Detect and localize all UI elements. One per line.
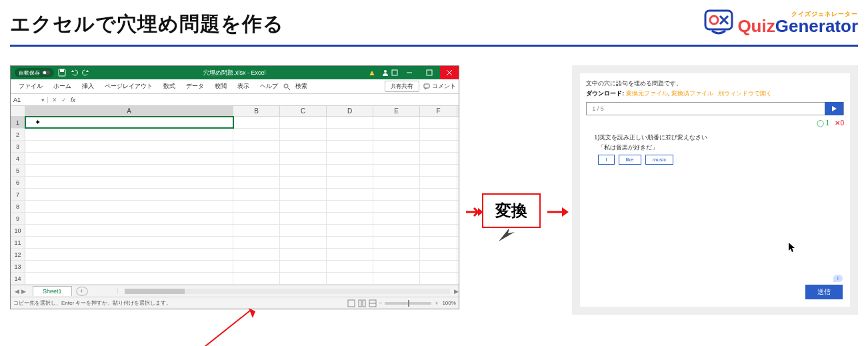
cell[interactable] [327,165,373,176]
cell[interactable] [373,153,420,164]
add-sheet-button[interactable]: ＋ [76,287,88,296]
cell[interactable] [280,225,327,236]
cell[interactable] [25,249,233,260]
table-row[interactable]: 6 [11,177,459,189]
row-header[interactable]: 8 [11,201,25,212]
cell[interactable] [280,129,327,140]
row-header[interactable]: 7 [11,189,25,200]
quiz-blank[interactable]: music [645,155,674,165]
horizontal-scrollbar[interactable] [125,289,450,294]
col-header-d[interactable]: D [327,106,373,116]
cell[interactable] [327,249,373,260]
cancel-entry-icon[interactable]: ✕ [52,97,57,103]
cell[interactable] [280,177,327,188]
cell[interactable] [373,129,420,140]
cell[interactable] [25,213,233,224]
row-header[interactable]: 13 [11,261,25,272]
download-converted-link[interactable]: 変換済ファイル [671,90,713,97]
cell[interactable] [327,177,373,188]
cell[interactable] [420,201,457,212]
cell[interactable] [233,165,280,176]
table-row[interactable]: 14 [11,273,459,285]
cell[interactable] [25,129,233,140]
cell[interactable] [327,261,373,272]
tab-home[interactable]: ホーム [48,79,77,93]
tab-review[interactable]: 校閲 [209,79,232,93]
cell[interactable] [327,201,373,212]
cell[interactable] [420,153,457,164]
minimize-button[interactable] [400,66,419,79]
ribbon-options-icon[interactable] [391,69,399,77]
cell[interactable] [373,177,420,188]
cell[interactable] [420,213,457,224]
cell[interactable] [25,153,233,164]
cell[interactable] [25,201,233,212]
comment-button[interactable]: コメント [423,82,456,91]
cell[interactable] [25,261,233,272]
row-header[interactable]: 10 [11,225,25,236]
table-row[interactable]: 3 [11,141,459,153]
table-row[interactable]: 9 [11,213,459,225]
fx-icon[interactable]: fx [71,97,75,103]
cell[interactable] [420,273,457,284]
cell[interactable] [327,117,373,128]
cell[interactable] [373,213,420,224]
table-row[interactable]: 7 [11,189,459,201]
excel-window[interactable]: 自動保存 穴埋め問題.xlsx - Excel ▲ ファイル ホーム 挿入 [10,65,459,309]
cell[interactable] [25,273,233,284]
cell[interactable] [25,177,233,188]
view-pagebreak-icon[interactable] [369,299,377,307]
download-source-link[interactable]: 変換元ファイル [626,90,668,97]
quiz-blank[interactable]: I [598,155,614,165]
cell[interactable] [233,261,280,272]
row-header[interactable]: 11 [11,237,25,248]
zoom-in-button[interactable]: ＋ [434,299,439,307]
table-row[interactable]: 8 [11,201,459,213]
row-header[interactable]: 1 [11,117,25,128]
cell[interactable] [420,177,457,188]
cell[interactable] [420,225,457,236]
share-button[interactable]: 共有共有 [385,81,419,92]
cell[interactable] [420,141,457,152]
zoom-note[interactable]: 見えづらい方はこちらをクリックすると拡大されます。 [10,340,858,346]
cell[interactable] [233,129,280,140]
cell[interactable] [373,165,420,176]
sheet-prev-icon[interactable]: ◀ [15,288,19,295]
view-normal-icon[interactable] [347,299,355,307]
cell[interactable] [373,189,420,200]
quiz-hint-button[interactable]: ! [833,275,843,282]
cell[interactable] [373,201,420,212]
cell[interactable] [25,237,233,248]
cell[interactable] [280,189,327,200]
cell[interactable] [280,249,327,260]
cell[interactable] [327,153,373,164]
table-row[interactable]: 1✦ [11,117,459,129]
cell[interactable] [25,189,233,200]
cell[interactable] [233,273,280,284]
tab-data[interactable]: データ [181,79,209,93]
save-icon[interactable] [58,69,66,77]
confirm-entry-icon[interactable]: ✓ [61,97,67,103]
quiz-blank[interactable]: like [619,155,641,165]
tab-formula[interactable]: 数式 [158,79,181,93]
table-row[interactable]: 10 [11,225,459,237]
cell[interactable] [327,141,373,152]
col-header-e[interactable]: E [373,106,420,116]
autosave-toggle[interactable]: 自動保存 [15,68,54,77]
progress-go-button[interactable] [825,102,843,115]
cell[interactable] [233,177,280,188]
zoom-out-button[interactable]: − [379,300,383,306]
col-header-a[interactable]: A [25,106,233,116]
cell[interactable] [233,189,280,200]
cell[interactable] [233,237,280,248]
cell[interactable] [420,129,457,140]
cell[interactable] [233,117,280,128]
cell[interactable] [373,237,420,248]
row-header[interactable]: 5 [11,165,25,176]
cell[interactable] [327,237,373,248]
tab-view[interactable]: 表示 [232,79,255,93]
cell[interactable] [280,213,327,224]
cell[interactable] [373,261,420,272]
cell[interactable] [280,141,327,152]
undo-icon[interactable] [70,69,78,77]
